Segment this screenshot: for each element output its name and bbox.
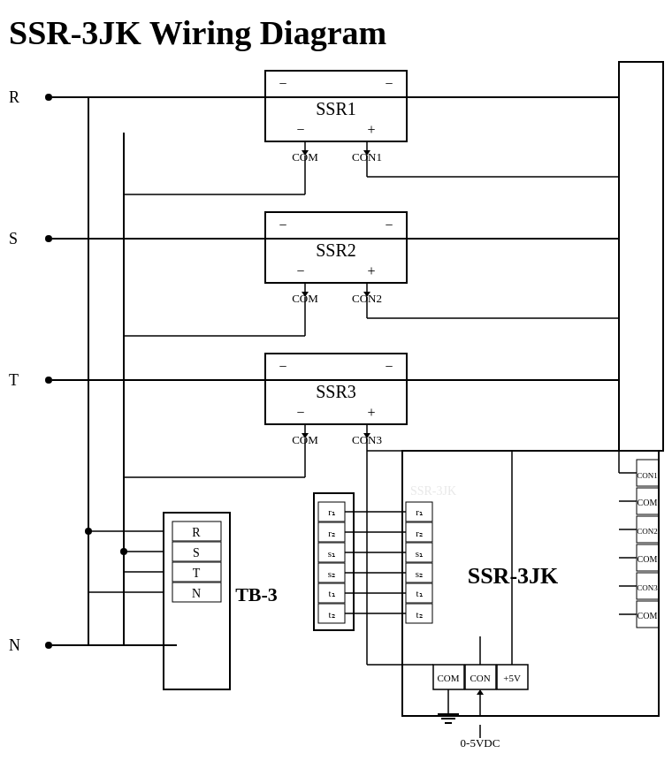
tb3-r2-right-text: r₂ [328, 528, 335, 538]
r-label: R [9, 88, 19, 106]
tb3-label: TB-3 [235, 583, 278, 605]
title: SSR-3JK Wiring Diagram [9, 14, 386, 51]
s-label: S [9, 230, 18, 247]
ssr3jk-con1-text: CON1 [637, 471, 658, 480]
ssr1-minus-bl: − [296, 122, 304, 137]
tb3-box [164, 513, 230, 689]
ssr1-minus-tl: − [279, 76, 286, 91]
ssr3jk-com1-text: COM [638, 498, 658, 507]
ssr2-minus-tr: − [385, 217, 393, 232]
ssr3jk-t2-left-text: t₂ [416, 609, 422, 620]
con-arrow-head [477, 689, 484, 695]
ssr3jk-con3-text: CON3 [637, 583, 658, 592]
tb3-s2-right-text: s₂ [328, 568, 335, 579]
ssr3jk-s2-left-text: s₂ [416, 568, 423, 579]
ssr3-minus-bl: − [296, 405, 304, 420]
three-phase-box [619, 62, 663, 451]
tb3-r1-right-text: r₁ [328, 506, 335, 517]
t-label: T [9, 371, 19, 389]
tb3-t2-right-text: t₂ [328, 609, 334, 620]
ssr3jk-con2-text: CON2 [637, 527, 658, 536]
tb3-n-text: N [192, 587, 201, 600]
vdc-label: 0-5VDC [461, 736, 500, 750]
tb3-s1-right-text: s₁ [328, 548, 335, 559]
t-terminal [45, 377, 52, 384]
bottom-5v-text: +5V [503, 673, 521, 683]
s-terminal [45, 235, 52, 242]
bottom-con-text: CON [470, 673, 490, 683]
tb3-s-text: S [193, 546, 200, 559]
tb3-r-text: R [192, 526, 201, 539]
ssr3jk-com2-text: COM [638, 554, 658, 564]
s-bus-dot [120, 548, 127, 555]
ssr1-minus-tr: − [385, 76, 393, 91]
ssr3-plus-br: + [367, 405, 375, 420]
ssr2-plus-br: + [367, 263, 375, 278]
tb3-t1-right-text: t₁ [328, 588, 334, 598]
ssr1-plus-br: + [367, 122, 375, 137]
ssr3-label: SSR3 [316, 382, 356, 401]
ssr2-minus-tl: − [279, 217, 286, 232]
ssr3jk-r2-left-text: r₂ [416, 528, 423, 538]
r-bus-dot [85, 528, 92, 535]
watermark: SSR-3JK [410, 484, 456, 498]
bottom-com-text: COM [437, 673, 459, 683]
n-terminal [45, 642, 52, 649]
n-label: N [9, 636, 20, 654]
ssr3jk-r1-left-text: r₁ [416, 506, 423, 517]
r-terminal [45, 94, 52, 101]
ssr2-minus-bl: − [296, 263, 304, 278]
ssr3-minus-tl: − [279, 359, 286, 374]
ssr3jk-label: SSR-3JK [468, 563, 559, 589]
tb3-t-text: T [193, 567, 201, 580]
ssr3jk-com3-text: COM [638, 611, 658, 620]
ssr3-minus-tr: − [385, 359, 393, 374]
ssr1-label: SSR1 [316, 99, 356, 118]
ssr3jk-s1-left-text: s₁ [416, 548, 423, 559]
ssr3jk-t1-left-text: t₁ [416, 588, 422, 598]
ssr2-label: SSR2 [316, 240, 356, 260]
diagram-container: SSR-3JK Wiring Diagram Three-Phase AC Lo… [0, 0, 672, 784]
